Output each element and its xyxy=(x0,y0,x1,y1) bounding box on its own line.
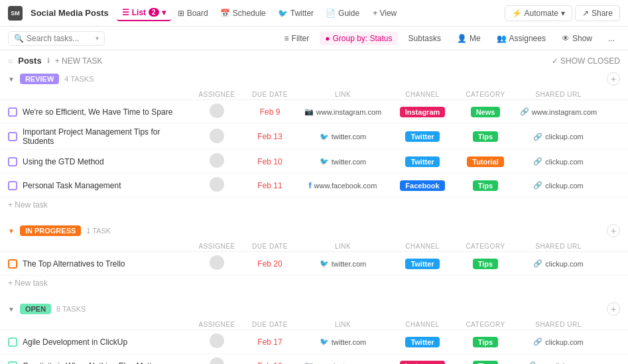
avatar[interactable] xyxy=(210,255,224,270)
link-anchor[interactable]: 📷 www.instagram.com xyxy=(296,361,389,364)
due-date-cell[interactable]: Feb 11 xyxy=(243,181,296,190)
show-button[interactable]: 👁 Show xyxy=(556,32,597,45)
subtasks-button[interactable]: Subtasks xyxy=(403,32,446,45)
task-name[interactable]: We're so Efficient, We Have Time to Spar… xyxy=(23,107,190,117)
due-date-cell[interactable]: Feb 16 xyxy=(243,361,296,365)
group-by-button[interactable]: ● Group by: Status xyxy=(320,32,397,45)
tab-schedule[interactable]: 📅 Schedule xyxy=(215,6,271,21)
col-category-header: CATEGORY xyxy=(456,91,515,98)
shared-url-anchor[interactable]: 🔗 clickup.com xyxy=(515,133,601,141)
new-task-link[interactable]: + New task xyxy=(8,278,48,288)
shared-url-cell: 🔗 clickup.com xyxy=(515,133,601,141)
automate-icon: ⚡ xyxy=(512,9,522,18)
shared-url-anchor[interactable]: 🔗 www.instagram.com xyxy=(515,107,601,116)
shared-url-anchor[interactable]: 🔗 clickup.com xyxy=(515,157,601,166)
avatar[interactable] xyxy=(210,334,224,348)
task-name[interactable]: Personal Task Management xyxy=(23,181,190,190)
link-anchor[interactable]: f www.facebook.com xyxy=(296,181,389,190)
link-anchor[interactable]: 🐦 twitter.com xyxy=(296,259,389,268)
link-anchor[interactable]: 🐦 twitter.com xyxy=(296,157,389,166)
task-checkbox[interactable] xyxy=(8,107,17,117)
due-date-cell[interactable]: Feb 20 xyxy=(243,259,296,269)
tab-guide[interactable]: 📄 Guide xyxy=(320,6,365,21)
task-checkbox[interactable] xyxy=(8,157,17,166)
table-row: Creativity is When Nothing Else Matters … xyxy=(0,354,628,364)
new-task-link[interactable]: + New task xyxy=(8,200,48,210)
avatar[interactable] xyxy=(210,177,224,192)
link-anchor[interactable]: 🐦 twitter.com xyxy=(296,337,389,346)
group-icon: ● xyxy=(325,34,330,43)
shared-url-anchor[interactable]: 🔗 clickup.com xyxy=(515,337,601,346)
search-box[interactable]: 🔍 ▾ xyxy=(8,31,105,46)
shared-url-anchor[interactable]: 🔗 clickup.com xyxy=(515,259,601,268)
add-view-button[interactable]: + View xyxy=(367,6,402,21)
task-checkbox[interactable] xyxy=(8,181,17,190)
link-anchor[interactable]: 🐦 twitter.com xyxy=(296,133,389,141)
group-open-header: ▼ OPEN 8 TASKS + xyxy=(0,298,628,320)
table-row: We're so Efficient, We Have Time to Spar… xyxy=(0,100,628,124)
due-date-cell[interactable]: Feb 13 xyxy=(243,132,296,141)
automate-button[interactable]: ⚡ Automate ▾ xyxy=(505,5,572,21)
tab-twitter[interactable]: 🐦 Twitter xyxy=(273,6,319,21)
task-checkbox[interactable] xyxy=(8,259,17,269)
group-review-header: ▼ REVIEW 4 TASKS + xyxy=(0,68,628,90)
tab-board[interactable]: ⊞ Board xyxy=(172,6,214,21)
task-checkbox[interactable] xyxy=(8,361,17,365)
search-input[interactable] xyxy=(27,34,93,43)
assignee-cell xyxy=(190,129,243,145)
page-title: Social Media Posts xyxy=(31,8,109,18)
avatar[interactable] xyxy=(210,153,224,168)
tab-list[interactable]: ☰ List 2 ▾ xyxy=(117,5,171,21)
group-review: ▼ REVIEW 4 TASKS + ASSIGNEE DUE DATE LIN… xyxy=(0,68,628,215)
workspace-icon[interactable]: SM xyxy=(8,6,23,21)
task-checkbox[interactable] xyxy=(8,132,17,141)
col-category-header: CATEGORY xyxy=(456,321,515,328)
category-badge: Tips xyxy=(473,361,498,365)
add-to-review-button[interactable]: + xyxy=(607,72,620,86)
category-cell: Tips xyxy=(456,337,515,347)
task-name[interactable]: The Top Alternatives to Trello xyxy=(23,259,190,269)
add-to-inprogress-button[interactable]: + xyxy=(607,224,620,237)
info-icon[interactable]: ℹ xyxy=(47,56,50,65)
task-name[interactable]: Important Project Management Tips for St… xyxy=(23,127,190,146)
filter-button[interactable]: ≡ Filter xyxy=(279,32,315,45)
link-icon: 🔗 xyxy=(533,181,542,190)
more-button[interactable]: ... xyxy=(603,32,620,45)
task-checkbox[interactable] xyxy=(8,337,17,347)
inprogress-col-headers: ASSIGNEE DUE DATE LINK CHANNEL CATEGORY … xyxy=(0,241,628,252)
assignees-button[interactable]: 👥 Assignees xyxy=(491,32,551,45)
group-inprogress-toggle[interactable]: ▼ xyxy=(8,227,15,235)
group-open-toggle[interactable]: ▼ xyxy=(8,306,15,313)
me-button[interactable]: 👤 Me xyxy=(452,32,486,45)
group-review-label: REVIEW xyxy=(20,74,59,84)
new-task-button[interactable]: + NEW TASK xyxy=(55,56,103,66)
group-review-toggle[interactable]: ▼ xyxy=(8,76,15,83)
shared-url-anchor[interactable]: 🔗 app.clickup.com xyxy=(515,361,601,364)
group-open-label: OPEN xyxy=(20,304,51,314)
due-date-cell[interactable]: Feb 9 xyxy=(243,107,296,117)
add-to-open-button[interactable]: + xyxy=(607,302,620,316)
avatar[interactable] xyxy=(210,129,224,143)
show-closed-button[interactable]: ✓ SHOW CLOSED xyxy=(552,56,620,66)
twitter-icon: 🐦 xyxy=(320,133,329,141)
category-cell: Tips xyxy=(456,180,515,191)
channel-cell: Twitter xyxy=(389,156,456,167)
channel-badge: Twitter xyxy=(405,337,439,347)
due-date-cell[interactable]: Feb 10 xyxy=(243,157,296,166)
avatar[interactable] xyxy=(210,357,224,364)
col-assignee-header: ASSIGNEE xyxy=(190,91,243,98)
chevron-down-icon: ▾ xyxy=(561,9,565,18)
posts-collapse-toggle[interactable]: ○ xyxy=(8,56,13,66)
due-date-cell[interactable]: Feb 17 xyxy=(243,337,296,347)
shared-url-anchor[interactable]: 🔗 clickup.com xyxy=(515,181,601,190)
review-col-headers: ASSIGNEE DUE DATE LINK CHANNEL CATEGORY … xyxy=(0,90,628,100)
category-cell: Tips xyxy=(456,361,515,365)
share-button[interactable]: ↗ Share xyxy=(575,5,620,21)
toolbar: 🔍 ▾ ≡ Filter ● Group by: Status Subtasks… xyxy=(0,27,628,50)
avatar[interactable] xyxy=(210,103,224,118)
task-name[interactable]: Using the GTD Method xyxy=(23,157,190,166)
task-name[interactable]: Agile Development in ClickUp xyxy=(23,337,190,347)
link-anchor[interactable]: 📷 www.instagram.com xyxy=(296,107,389,116)
assignee-cell xyxy=(190,357,243,364)
task-name[interactable]: Creativity is When Nothing Else Matters xyxy=(23,361,190,365)
